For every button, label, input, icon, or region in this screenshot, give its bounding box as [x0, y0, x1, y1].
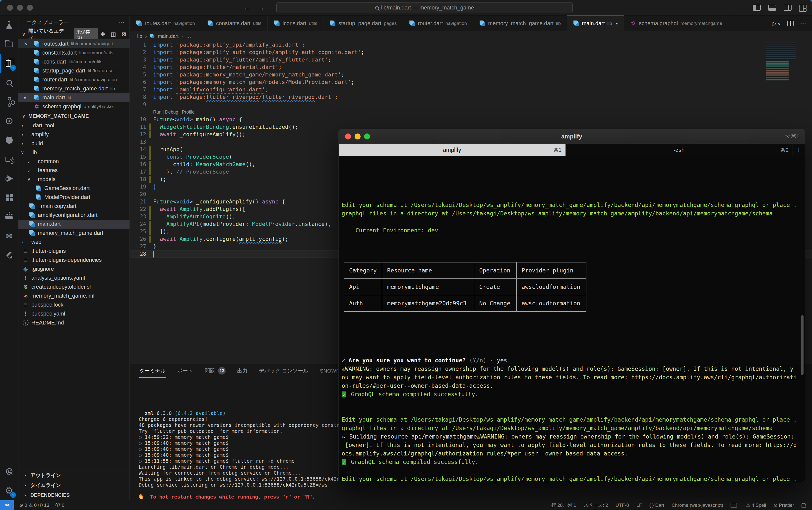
tree-item[interactable]: _main copy.dart	[19, 202, 129, 211]
panel-tab[interactable]: ターミナル	[139, 364, 166, 378]
command-center-search[interactable]: lib/main.dart — memory_match_game	[277, 2, 573, 13]
tree-item[interactable]: › common	[19, 157, 129, 166]
tree-item[interactable]: › .dart_tool	[19, 121, 129, 130]
close-window-button[interactable]	[345, 134, 351, 139]
close-icon[interactable]: ✕	[24, 41, 28, 47]
status-bar-item[interactable]: Chrome (web-javascript)	[672, 503, 723, 508]
tree-item[interactable]: .flutter-plugins	[19, 247, 129, 255]
status-bar-item[interactable]	[731, 503, 738, 508]
open-editor-item[interactable]: ✕ ● memory_match_game.dart lib	[19, 84, 129, 93]
tree-item[interactable]: › web	[19, 237, 129, 247]
status-bar-item[interactable]: ⚠ 4 Spell	[746, 502, 766, 508]
terminal-tab[interactable]: amplify ⌘1	[339, 144, 566, 156]
nav-back-icon[interactable]: ←	[243, 3, 250, 12]
tree-item[interactable]: memory_match_game.iml	[19, 291, 129, 300]
run-file-button[interactable]: ▷ ∨	[772, 20, 781, 27]
activity-extensions[interactable]	[0, 188, 18, 207]
activity-source-control[interactable]	[0, 92, 18, 111]
zoom-window-button[interactable]	[27, 5, 33, 11]
zoom-window-button[interactable]	[364, 134, 370, 139]
split-editor-icon[interactable]	[787, 21, 793, 26]
activity-account[interactable]	[0, 462, 18, 481]
terminal-window[interactable]: amplify ⌥⌘1 amplify ⌘1 -zsh ⌘2 + Edit yo…	[339, 129, 805, 483]
tree-item[interactable]: createandcopytofolder.sh	[19, 282, 129, 291]
customize-layout-icon[interactable]	[799, 5, 807, 11]
panel-tab[interactable]: 出力	[237, 364, 248, 378]
tree-item[interactable]: ∨ models	[19, 175, 129, 184]
ports-status[interactable]: 0	[55, 503, 64, 508]
activity-github[interactable]	[0, 131, 18, 150]
open-editor-item[interactable]: ✕ ● main.dart lib	[19, 93, 129, 102]
status-bar-item[interactable]: LF	[636, 503, 642, 508]
breadcrumb[interactable]: lib › main.dart › …	[130, 31, 812, 41]
open-editors-section-header[interactable]: ∨ 開いているエディ... 未保存 (1) ✚ ◫ ⊠	[19, 29, 129, 39]
editor-tab[interactable]: icons.dart utils ●	[268, 16, 323, 31]
terminal-scrollbar[interactable]	[801, 315, 804, 375]
terminal-tab[interactable]: -zsh ⌘2	[566, 144, 793, 156]
tree-item[interactable]: analysis_options.yaml	[19, 274, 129, 282]
editor-tab[interactable]: routes.dart navigation ●	[130, 16, 201, 31]
sidebar-section-header[interactable]: › アウトライン	[19, 470, 129, 480]
remote-indicator-button[interactable]: ><	[0, 500, 14, 510]
status-bar-item[interactable]: UTF-8	[615, 503, 629, 508]
open-editor-item[interactable]: ✕ ● routes.dart lib/common/navigati...	[19, 39, 129, 48]
editor-tab[interactable]: startup_page.dart pages ●	[323, 16, 403, 31]
activity-explorer[interactable]	[0, 35, 18, 54]
tree-item[interactable]: pubspec.yaml	[19, 309, 129, 318]
project-section-header[interactable]: ∨ MEMORY_MATCH_GAME	[19, 111, 129, 121]
panel-tab[interactable]: デバッグ コンソール	[259, 364, 309, 378]
status-bar-item[interactable]: { } Dart	[649, 503, 664, 508]
open-editor-item[interactable]: ✕ ● constants.dart lib/common/utils	[19, 48, 129, 57]
toggle-sidebar-icon[interactable]	[753, 5, 761, 11]
editor-tab[interactable]: constants.dart utils ●	[201, 16, 268, 31]
tree-item[interactable]: › amplify	[19, 130, 129, 139]
minimize-window-button[interactable]	[355, 134, 360, 139]
traffic-lights[interactable]	[7, 5, 33, 11]
open-editor-item[interactable]: ✕ ● router.dart lib/common/navigation	[19, 75, 129, 84]
activity-run-debug[interactable]	[0, 169, 18, 188]
toggle-panel-icon[interactable]	[768, 5, 776, 11]
tree-item[interactable]: .flutter-plugins-dependencies	[19, 255, 129, 264]
activity-flutter[interactable]	[0, 246, 18, 265]
editor-tab[interactable]: router.dart navigation ●	[403, 16, 473, 31]
close-all-icon[interactable]: ⊠	[120, 31, 127, 37]
activity-gitlens[interactable]	[0, 111, 18, 131]
toggle-secondary-sidebar-icon[interactable]	[784, 5, 791, 11]
open-editor-item[interactable]: ✕ ● startup_page.dart lib/features/...	[19, 66, 129, 75]
activity-search[interactable]	[0, 73, 18, 92]
editor-more-actions-icon[interactable]: ⋯	[800, 20, 806, 27]
terminal-titlebar[interactable]: amplify ⌥⌘1	[339, 129, 805, 144]
editor-tab[interactable]: memory_match_game.dart lib ●	[473, 16, 567, 31]
close-window-button[interactable]	[7, 5, 13, 11]
save-all-icon[interactable]: ◫	[110, 31, 117, 37]
status-bar-item[interactable]: スペース: 2	[584, 502, 608, 509]
tree-item[interactable]: memory_match_game.dart	[19, 229, 129, 237]
nav-forward-icon[interactable]: →	[257, 3, 265, 12]
sidebar-section-header[interactable]: › DEPENDENCIES	[19, 490, 129, 500]
tree-item[interactable]: ∨ lib	[19, 148, 129, 157]
activity-settings[interactable]: 1	[0, 481, 18, 500]
tree-item[interactable]: main.dart	[19, 220, 129, 229]
tree-item[interactable]: GameSession.dart	[19, 184, 129, 193]
new-file-icon[interactable]: ✚	[99, 31, 106, 37]
tree-item[interactable]: › build	[19, 139, 129, 148]
panel-tab[interactable]: ポート	[177, 364, 193, 378]
minimap[interactable]	[766, 42, 809, 82]
editor-tab[interactable]: main.dart lib ●	[567, 16, 624, 31]
activity-testing[interactable]	[0, 16, 18, 35]
status-bar-item[interactable]: ⊘ Prettier	[774, 502, 794, 508]
problems-status[interactable]: ⊗ 0 ⚠ 0 ⓘ 13	[19, 502, 49, 509]
activity-remote-explorer[interactable]	[0, 150, 18, 169]
panel-tab[interactable]: 問題 13	[205, 364, 226, 378]
tree-item[interactable]: amplifyconfiguration.dart	[19, 211, 129, 220]
tree-item[interactable]: .gitignore	[19, 264, 129, 274]
minimize-window-button[interactable]	[17, 5, 23, 11]
open-editor-item[interactable]: ✕ ● schema.graphql amplify/backe...	[19, 102, 129, 111]
activity-docker[interactable]	[0, 207, 18, 226]
activity-open-editors[interactable]: 1	[0, 54, 18, 73]
tree-item[interactable]: ModelProvider.dart	[19, 193, 129, 202]
new-terminal-tab-button[interactable]: +	[793, 144, 805, 156]
tree-item[interactable]: README.md	[19, 318, 129, 327]
sidebar-section-header[interactable]: › タイムライン	[19, 480, 129, 490]
editor-tab[interactable]: schema.graphql memorymatchgame ●	[624, 16, 728, 31]
